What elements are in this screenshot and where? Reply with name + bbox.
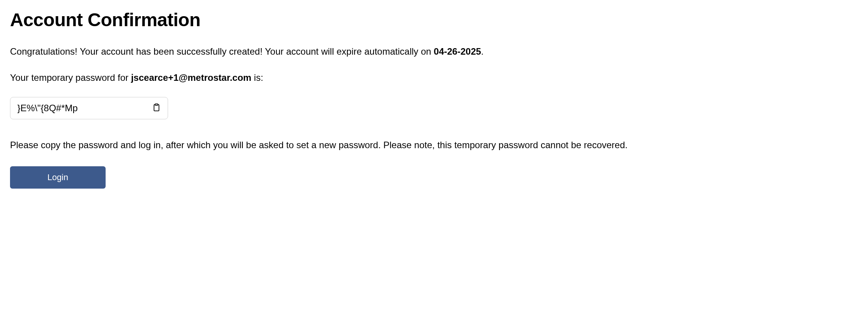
login-button[interactable]: Login xyxy=(10,166,106,189)
account-email: jscearce+1@metrostar.com xyxy=(131,72,251,83)
instructions-text: Please copy the password and log in, aft… xyxy=(10,139,858,152)
temp-password-suffix: is: xyxy=(251,72,263,83)
temp-password-prefix: Your temporary password for xyxy=(10,72,131,83)
congrats-suffix: . xyxy=(481,46,484,57)
congrats-prefix: Congratulations! Your account has been s… xyxy=(10,46,434,57)
temp-password-value: }E%\"{8Q#*Mp xyxy=(17,103,152,114)
page-title: Account Confirmation xyxy=(10,9,858,30)
temp-password-intro: Your temporary password for jscearce+1@m… xyxy=(10,71,858,84)
clipboard-icon[interactable] xyxy=(152,103,161,113)
svg-rect-1 xyxy=(155,104,158,105)
expiry-date: 04-26-2025 xyxy=(434,46,481,57)
password-box: }E%\"{8Q#*Mp xyxy=(10,97,168,119)
congrats-text: Congratulations! Your account has been s… xyxy=(10,45,858,58)
